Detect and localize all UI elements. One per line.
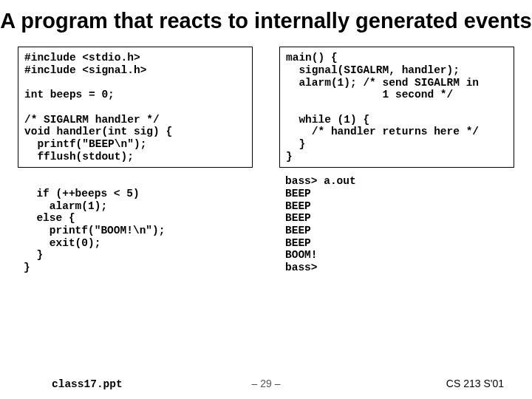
slide-title: A program that reacts to internally gene… xyxy=(0,9,532,33)
code-box-main: main() { signal(SIGALRM, handler); alarm… xyxy=(279,47,514,168)
left-column: #include <stdio.h> #include <signal.h> i… xyxy=(18,47,253,273)
code-plain-rest: if (++beeps < 5) alarm(1); else { printf… xyxy=(18,175,253,273)
code-box-handler: #include <stdio.h> #include <signal.h> i… xyxy=(18,47,253,168)
footer-filename: class17.ppt xyxy=(52,378,123,390)
right-column: main() { signal(SIGALRM, handler); alarm… xyxy=(279,47,514,273)
footer-course: CS 213 S'01 xyxy=(446,378,504,389)
footer: class17.ppt – 29 – CS 213 S'01 xyxy=(0,378,532,390)
footer-page-number: – 29 – xyxy=(252,378,281,389)
program-output: bass> a.out BEEP BEEP BEEP BEEP BEEP BOO… xyxy=(279,175,514,273)
content-grid: #include <stdio.h> #include <signal.h> i… xyxy=(0,47,532,273)
